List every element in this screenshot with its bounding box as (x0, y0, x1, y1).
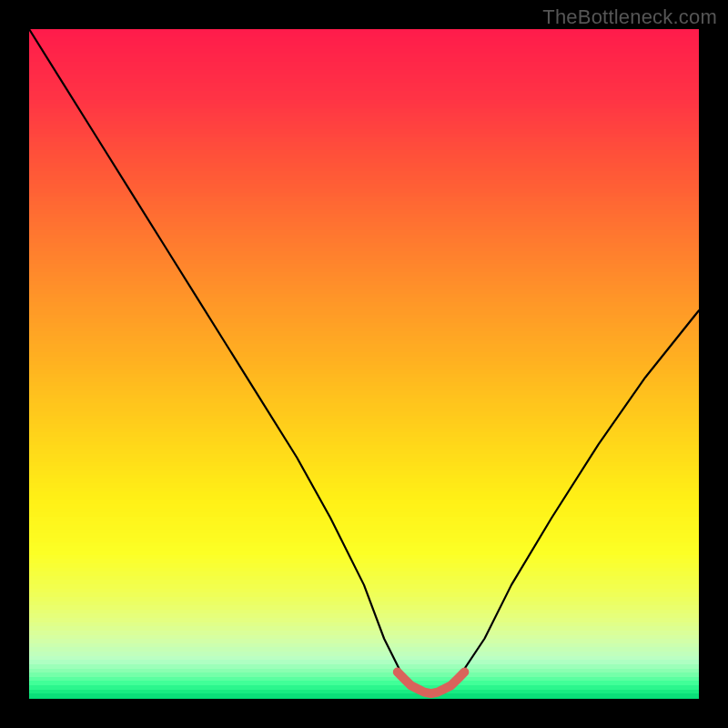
chart-frame: TheBottleneck.com (0, 0, 728, 728)
curve-layer (29, 29, 699, 699)
plot-area (29, 29, 699, 699)
optimal-band-marker (398, 672, 465, 694)
watermark-text: TheBottleneck.com (542, 5, 717, 29)
bottleneck-curve (29, 29, 699, 695)
